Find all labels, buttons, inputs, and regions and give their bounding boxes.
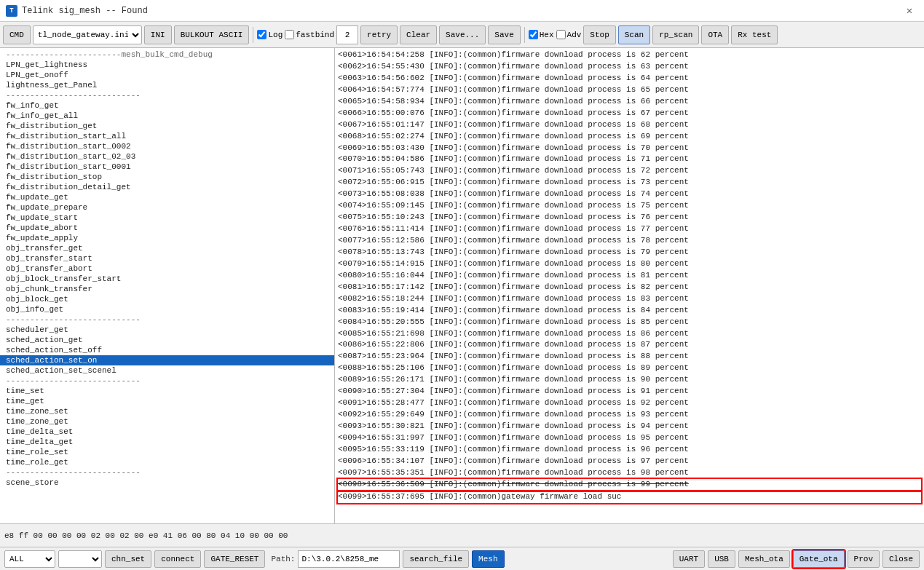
filter-select2[interactable]	[58, 550, 102, 568]
list-item[interactable]: time_delta_get	[0, 437, 334, 447]
list-item[interactable]: time_role_get	[0, 457, 334, 467]
list-item[interactable]: fw_distribution_start_0001	[0, 162, 334, 172]
log-line: <0089>16:55:26:171 [INFO]:(common)firmwa…	[338, 374, 921, 386]
fastbind-checkbox-label[interactable]: fastbind	[285, 30, 334, 39]
rx-test-button[interactable]: Rx test	[731, 25, 778, 44]
list-item[interactable]: fw_update_abort	[0, 223, 334, 233]
retry-button[interactable]: retry	[360, 25, 398, 44]
scan-button[interactable]: Scan	[618, 25, 650, 44]
list-item[interactable]: sched_action_set_scenel	[0, 365, 334, 376]
list-item[interactable]: fw_update_start	[0, 213, 334, 223]
prov-button[interactable]: Prov	[848, 550, 880, 568]
rp-scan-button[interactable]: rp_scan	[652, 25, 699, 44]
left-panel: ------------------------mesh_bulk_cmd_de…	[0, 48, 335, 523]
hex-checkbox-label[interactable]: Hex	[529, 30, 554, 39]
list-item[interactable]: fw_info_get	[0, 100, 334, 111]
log-line: <0088>16:55:25:106 [INFO]:(common)firmwa…	[338, 363, 921, 374]
fastbind-checkbox[interactable]	[285, 30, 294, 39]
usb-button[interactable]: USB	[708, 550, 735, 568]
connect-button[interactable]: connect	[154, 550, 201, 568]
log-line: <0065>16:54:58:934 [INFO]:(common)firmwa…	[338, 96, 921, 108]
list-item[interactable]: fw_distribution_start_02_03	[0, 151, 334, 162]
log-line: <0087>16:55:23:964 [INFO]:(common)firmwa…	[338, 351, 921, 363]
log-line: <0061>16:54:54:258 [INFO]:(common)firmwa…	[338, 50, 921, 61]
list-item: ------------------------mesh_bulk_cmd_de…	[0, 50, 334, 60]
filter-select[interactable]: ALL	[4, 550, 55, 568]
save-button[interactable]: Save	[488, 25, 520, 44]
list-item[interactable]: fw_distribution_stop	[0, 172, 334, 182]
list-item[interactable]: time_zone_set	[0, 406, 334, 416]
path-input[interactable]	[298, 550, 400, 568]
log-line: <0097>16:55:35:351 [INFO]:(common)firmwa…	[338, 467, 921, 479]
title-bar: T Telink sig_mesh -- Found ✕	[0, 0, 924, 22]
list-item[interactable]: LPN_get_lightness	[0, 60, 334, 70]
retry-input[interactable]	[336, 25, 358, 44]
list-item: ----------------------------	[0, 467, 334, 478]
list-item[interactable]: LPN_get_onoff	[0, 70, 334, 80]
bottom-bar1: e8 ff 00 00 00 00 02 00 02 00 e0 41 06 0…	[0, 523, 924, 547]
list-item[interactable]: obj_transfer_get	[0, 243, 334, 253]
mesh-ota-button[interactable]: Mesh_ota	[738, 550, 790, 568]
list-item[interactable]: obj_transfer_abort	[0, 264, 334, 274]
adv-checkbox[interactable]	[556, 30, 566, 39]
list-item[interactable]: fw_update_prepare	[0, 202, 334, 213]
list-item[interactable]: time_get	[0, 396, 334, 406]
list-item[interactable]: obj_chunk_transfer	[0, 284, 334, 294]
list-item[interactable]: time_zone_get	[0, 416, 334, 427]
log-line: <0066>16:55:00:076 [INFO]:(common)firmwa…	[338, 108, 921, 119]
close-button[interactable]: ✕	[901, 2, 918, 20]
list-item[interactable]: time_delta_set	[0, 427, 334, 437]
search-file-button[interactable]: search_file	[403, 550, 469, 568]
list-item[interactable]: obj_block_transfer_start	[0, 274, 334, 284]
hex-display: e8 ff 00 00 00 00 02 00 02 00 e0 41 06 0…	[4, 531, 920, 540]
list-item[interactable]: sched_action_set_on	[0, 355, 334, 365]
ota-button[interactable]: OTA	[701, 25, 729, 44]
log-area[interactable]: <0061>16:54:54:258 [INFO]:(common)firmwa…	[335, 48, 924, 523]
log-checkbox[interactable]	[257, 30, 266, 39]
cmd-button[interactable]: CMD	[3, 25, 31, 44]
log-line: <0064>16:54:57:774 [INFO]:(common)firmwa…	[338, 84, 921, 96]
bottom-bar2: ALL chn_set connect GATE_RESET Path: sea…	[0, 547, 924, 570]
list-item[interactable]: fw_info_get_all	[0, 111, 334, 121]
adv-checkbox-label[interactable]: Adv	[556, 30, 582, 39]
list-item[interactable]: lightness_get_Panel	[0, 80, 334, 90]
list-item[interactable]: time_role_set	[0, 447, 334, 457]
list-item[interactable]: obj_block_get	[0, 294, 334, 304]
log-line: <0063>16:54:56:602 [INFO]:(common)firmwa…	[338, 73, 921, 84]
log-line: <0068>16:55:02:274 [INFO]:(common)firmwa…	[338, 131, 921, 143]
list-item[interactable]: fw_distribution_start_0002	[0, 141, 334, 151]
bulkout-button[interactable]: BULKOUT ASCII	[174, 25, 250, 44]
list-item[interactable]: fw_update_apply	[0, 233, 334, 243]
list-item[interactable]: time_set	[0, 386, 334, 396]
mesh-button[interactable]: Mesh	[472, 550, 504, 568]
list-item[interactable]: obj_transfer_start	[0, 253, 334, 264]
file-select[interactable]: tl_node_gateway.ini	[33, 25, 142, 44]
close-button2[interactable]: Close	[882, 550, 920, 568]
list-item[interactable]: scene_store	[0, 478, 334, 488]
gate-ota-button[interactable]: Gate_ota	[793, 550, 845, 568]
log-line: <0071>16:55:05:743 [INFO]:(common)firmwa…	[338, 165, 921, 177]
list-item[interactable]: fw_distribution_get	[0, 121, 334, 131]
list-item[interactable]: fw_distribution_detail_get	[0, 182, 334, 192]
list-item[interactable]: fw_update_get	[0, 192, 334, 202]
log-checkbox-label[interactable]: Log	[257, 30, 283, 39]
list-item: ----------------------------	[0, 90, 334, 100]
log-line: <0092>16:55:29:649 [INFO]:(common)firmwa…	[338, 409, 921, 421]
ini-button[interactable]: INI	[144, 25, 172, 44]
stop-button[interactable]: Stop	[583, 25, 615, 44]
list-item[interactable]: scheduler_get	[0, 325, 334, 335]
log-line: <0078>16:55:13:743 [INFO]:(common)firmwa…	[338, 247, 921, 258]
chn-set-button[interactable]: chn_set	[105, 550, 151, 568]
list-item[interactable]: obj_info_get	[0, 304, 334, 314]
log-line: <0069>16:55:03:430 [INFO]:(common)firmwa…	[338, 143, 921, 154]
hex-checkbox[interactable]	[529, 30, 538, 39]
save-dots-button[interactable]: Save...	[439, 25, 486, 44]
list-item[interactable]: fw_distribution_start_all	[0, 131, 334, 141]
list-item[interactable]: sched_action_get	[0, 335, 334, 345]
gate-reset-button[interactable]: GATE_RESET	[204, 550, 265, 568]
command-list[interactable]: ------------------------mesh_bulk_cmd_de…	[0, 48, 334, 523]
uart-button[interactable]: UART	[673, 550, 705, 568]
list-item[interactable]: sched_action_set_off	[0, 345, 334, 355]
log-line: <0091>16:55:28:477 [INFO]:(common)firmwa…	[338, 397, 921, 409]
clear-button[interactable]: Clear	[400, 25, 437, 44]
